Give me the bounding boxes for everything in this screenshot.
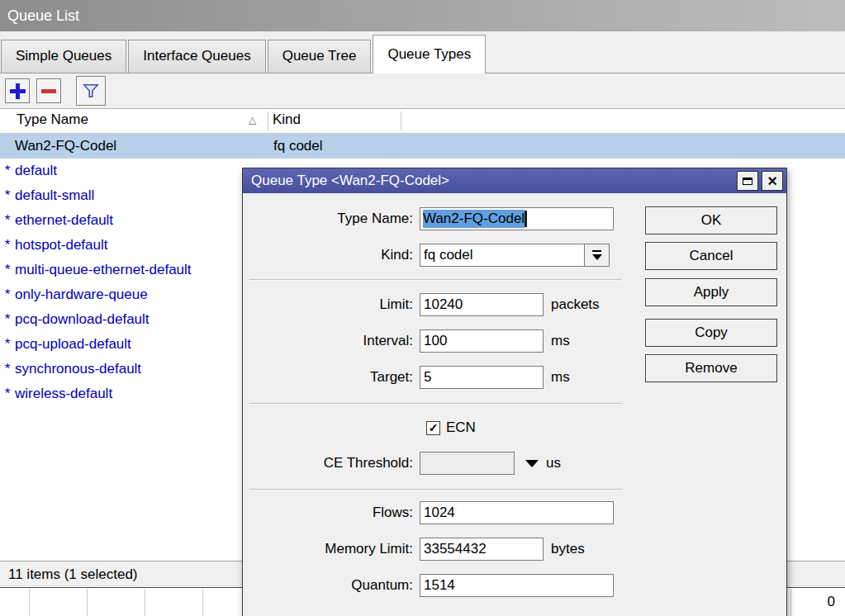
tab-interface-queues[interactable]: Interface Queues [128, 40, 265, 73]
remove-button[interactable] [36, 78, 61, 103]
button-label: Apply [694, 284, 729, 301]
target-label: Target: [243, 369, 420, 386]
tab-label: Queue Types [387, 46, 471, 62]
tab-simple-queues[interactable]: Simple Queues [1, 40, 126, 73]
tab-label: Interface Queues [143, 48, 250, 64]
button-label: Cancel [690, 248, 733, 264]
flows-input[interactable] [420, 501, 614, 524]
row-type-name: pcq-download-default [15, 307, 268, 332]
tab-queue-types[interactable]: Queue Types [373, 35, 486, 73]
ecn-label: ECN [446, 419, 476, 436]
column-divider[interactable] [268, 111, 268, 130]
check-icon: ✓ [429, 421, 439, 434]
close-button[interactable]: × [762, 171, 783, 191]
ce-threshold-row: CE Threshold: us [243, 451, 561, 476]
copy-button[interactable]: Copy [645, 319, 777, 347]
flows-label: Flows: [243, 505, 420, 521]
row-type-name: multi-queue-ethernet-default [15, 258, 268, 282]
add-button[interactable] [5, 78, 30, 103]
kind-input[interactable] [420, 244, 585, 267]
filter-button[interactable] [76, 76, 106, 106]
interval-input[interactable] [420, 329, 544, 353]
panel-divider [145, 589, 145, 616]
text-caret [525, 211, 527, 227]
table-row[interactable]: Wan2-FQ-Codel fq codel [0, 134, 845, 159]
target-input[interactable] [420, 366, 544, 389]
tab-label: Simple Queues [16, 48, 112, 64]
ce-threshold-label: CE Threshold: [243, 455, 420, 471]
target-unit: ms [551, 369, 570, 386]
row-type-name: default-small [15, 183, 268, 208]
remove-button[interactable]: Remove [645, 354, 777, 382]
separator [249, 279, 621, 281]
column-divider[interactable] [401, 111, 401, 130]
quantum-label: Quantum: [243, 577, 420, 594]
ecn-checkbox[interactable]: ✓ [426, 421, 440, 435]
limit-input[interactable] [420, 293, 544, 316]
tab-bar: Simple Queues Interface Queues Queue Tre… [0, 31, 845, 73]
target-row: Target: ms [243, 365, 570, 390]
tab-label: Queue Tree [282, 48, 357, 64]
row-flag: * [0, 183, 15, 208]
limit-unit: packets [551, 296, 600, 313]
maximize-button[interactable] [737, 171, 758, 191]
window-titlebar[interactable]: Queue List [0, 0, 845, 31]
row-flag: * [0, 381, 15, 406]
kind-dropdown-button[interactable] [585, 244, 610, 267]
tab-queue-tree[interactable]: Queue Tree [268, 40, 372, 73]
row-type-name: only-hardware-queue [15, 282, 268, 307]
ok-button[interactable]: OK [645, 206, 777, 235]
row-type-name: hotspot-default [15, 233, 268, 258]
row-flag: * [0, 208, 15, 233]
memory-limit-row: Memory Limit: bytes [243, 537, 585, 562]
sort-ascending-icon: △ [249, 114, 256, 126]
row-type-name: wireless-default [15, 381, 268, 406]
type-name-input[interactable]: Wan2-FQ-Codel [420, 207, 614, 230]
row-flag: * [0, 233, 15, 258]
window-title: Queue List [7, 7, 79, 24]
dialog-title: Queue Type <Wan2-FQ-Codel> [251, 173, 449, 188]
plus-icon [10, 83, 26, 99]
ce-threshold-input[interactable] [420, 452, 515, 475]
limit-label: Limit: [243, 296, 420, 313]
separator [249, 403, 621, 405]
memory-limit-unit: bytes [551, 541, 585, 557]
maximize-icon [743, 178, 752, 185]
panel-divider [790, 589, 791, 616]
button-label: Copy [695, 325, 728, 341]
column-header-kind[interactable]: Kind [273, 111, 301, 128]
ce-threshold-dropdown-icon[interactable] [525, 460, 539, 467]
selected-text: Wan2-FQ-Codel [423, 210, 525, 228]
limit-row: Limit: packets [243, 292, 600, 317]
dialog-window-controls: × [737, 171, 783, 191]
dialog-body: Type Name: Wan2-FQ-Codel Kind: Limit: pa… [243, 193, 786, 616]
row-flag: * [0, 258, 15, 282]
close-icon: × [767, 173, 777, 189]
separator [249, 489, 621, 490]
ecn-row: ✓ ECN [243, 419, 476, 437]
apply-button[interactable]: Apply [645, 278, 777, 306]
status-text: 11 items (1 selected) [8, 566, 138, 582]
type-name-row: Type Name: Wan2-FQ-Codel [243, 206, 614, 231]
memory-limit-input[interactable] [420, 538, 544, 561]
type-name-label: Type Name: [243, 211, 420, 227]
row-flag: * [0, 307, 15, 332]
interval-label: Interval: [243, 333, 420, 349]
panel-value: 0 [828, 588, 835, 616]
row-type-name: pcq-upload-default [15, 332, 268, 357]
toolbar [0, 73, 845, 108]
row-flag [0, 134, 15, 159]
quantum-input[interactable] [420, 574, 614, 597]
button-label: OK [701, 212, 722, 229]
flows-row: Flows: [243, 500, 614, 525]
row-flag: * [0, 159, 15, 183]
dropdown-arrow-icon [592, 254, 602, 260]
minus-icon [41, 89, 56, 93]
dialog-titlebar[interactable]: Queue Type <Wan2-FQ-Codel> × [243, 168, 786, 193]
column-header-type-name[interactable]: Type Name [17, 111, 88, 128]
row-flag: * [0, 332, 15, 357]
interval-unit: ms [551, 333, 570, 349]
cancel-button[interactable]: Cancel [645, 242, 777, 270]
panel-divider [29, 589, 30, 616]
row-type-name: Wan2-FQ-Codel [15, 134, 268, 159]
